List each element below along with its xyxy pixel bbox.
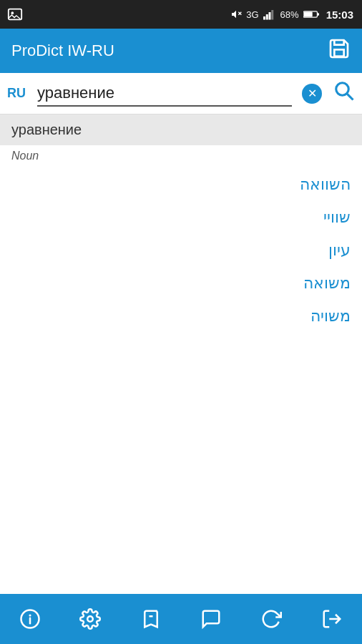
translation-item[interactable]: שוויי bbox=[0, 201, 362, 234]
svg-point-17 bbox=[88, 616, 94, 622]
battery-icon bbox=[303, 9, 319, 19]
app-bar: ProDict IW-RU bbox=[0, 29, 362, 73]
clear-icon: ✕ bbox=[308, 87, 317, 100]
svg-rect-11 bbox=[334, 49, 343, 56]
svg-rect-6 bbox=[268, 12, 270, 20]
nav-exit[interactable] bbox=[321, 608, 343, 630]
results-area: уравнение Noun השוואהשווייעיוןמשואהמשויה bbox=[0, 114, 362, 336]
search-input-wrapper bbox=[37, 81, 292, 107]
exit-icon bbox=[321, 608, 343, 630]
svg-rect-4 bbox=[263, 16, 265, 20]
bookmarks-icon bbox=[140, 608, 162, 630]
svg-rect-9 bbox=[303, 12, 312, 17]
translation-item[interactable]: עיון bbox=[0, 234, 362, 267]
save-icon bbox=[328, 37, 351, 60]
settings-icon bbox=[79, 608, 101, 630]
svg-rect-5 bbox=[265, 14, 268, 20]
svg-point-1 bbox=[11, 11, 14, 14]
status-bar-left bbox=[7, 0, 23, 29]
network-label: 3G bbox=[246, 9, 258, 20]
nav-bookmarks[interactable] bbox=[140, 608, 162, 630]
app-title: ProDict IW-RU bbox=[11, 42, 114, 60]
translation-item[interactable]: משויה bbox=[0, 300, 362, 333]
nav-info[interactable] bbox=[19, 608, 41, 630]
clear-button[interactable]: ✕ bbox=[302, 84, 322, 104]
result-word: уравнение bbox=[11, 122, 82, 137]
svg-line-13 bbox=[347, 94, 353, 99]
nav-settings[interactable] bbox=[79, 608, 101, 630]
save-button[interactable] bbox=[328, 37, 351, 65]
translation-item[interactable]: משואה bbox=[0, 267, 362, 300]
search-bar: RU ✕ bbox=[0, 73, 362, 114]
nav-chat[interactable] bbox=[200, 608, 222, 630]
chat-icon bbox=[200, 608, 222, 630]
status-bar: 3G 68% 15:03 bbox=[0, 0, 362, 29]
status-time: 15:03 bbox=[326, 9, 353, 21]
battery-label: 68% bbox=[280, 9, 299, 20]
svg-point-12 bbox=[336, 83, 349, 96]
search-button[interactable] bbox=[333, 80, 355, 107]
svg-rect-7 bbox=[271, 10, 273, 20]
translation-list: השוואהשווייעיוןמשואהמשויה bbox=[0, 165, 362, 336]
image-icon bbox=[7, 6, 23, 22]
status-bar-right: 3G 68% 15:03 bbox=[230, 9, 353, 21]
nav-refresh[interactable] bbox=[260, 608, 282, 630]
language-label[interactable]: RU bbox=[7, 86, 31, 101]
mute-icon bbox=[230, 9, 242, 20]
refresh-icon bbox=[260, 608, 282, 630]
signal-icon bbox=[263, 9, 276, 20]
search-icon bbox=[333, 80, 355, 102]
svg-rect-10 bbox=[317, 13, 319, 15]
search-input[interactable] bbox=[37, 81, 292, 105]
translation-item[interactable]: השוואה bbox=[0, 168, 362, 201]
bottom-nav bbox=[0, 594, 362, 644]
part-of-speech: Noun bbox=[0, 145, 362, 165]
info-icon bbox=[19, 608, 41, 630]
result-header: уравнение bbox=[0, 114, 362, 145]
